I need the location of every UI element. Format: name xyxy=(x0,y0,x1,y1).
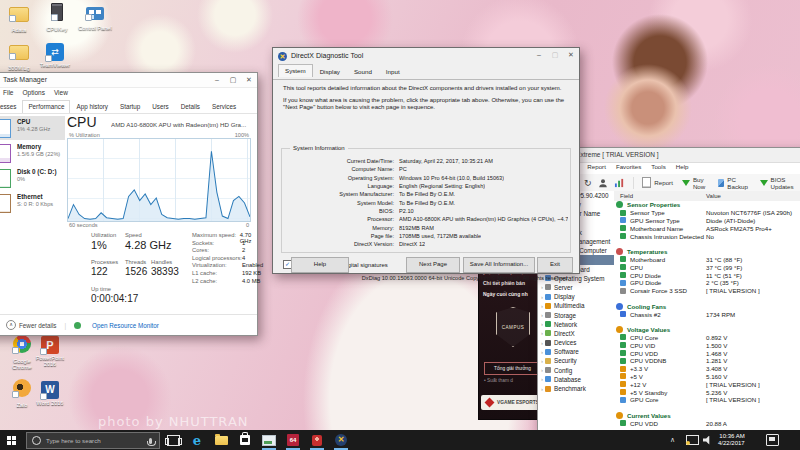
close-icon[interactable]: ✕ xyxy=(563,48,579,61)
sensor-row[interactable]: Motherboard31 °C (88 °F) xyxy=(614,256,800,264)
sensor-row[interactable]: Temperatures xyxy=(614,248,800,256)
expander-icon[interactable]: › xyxy=(541,358,543,364)
sensor-row[interactable]: CPU Core0.892 V xyxy=(614,334,800,342)
sensor-row[interactable] xyxy=(614,318,800,326)
sidebar-item[interactable]: EthernetS: 0 R: 0 Kbps xyxy=(0,191,65,215)
tab-App history[interactable]: App history xyxy=(70,100,114,114)
sensor-row[interactable]: Corsair Force 3 SSD[ TRIAL VERSION ] xyxy=(614,287,800,295)
sensor-row[interactable]: Sensor TypeNuvoton NCT6776F (ISA 290h) xyxy=(614,209,800,217)
sensor-row[interactable]: CPU VDDNB1.281 V xyxy=(614,357,800,365)
sensor-row[interactable]: +5 V5.160 V xyxy=(614,373,800,381)
desktop-icon-control-panel[interactable]: Control Panel xyxy=(74,3,116,31)
expander-icon[interactable]: › xyxy=(541,386,543,392)
tab-Processes[interactable]: Processes xyxy=(0,100,22,114)
task-manager-taskbar-button[interactable] xyxy=(258,430,280,450)
sidebar-item[interactable]: Memory1.5/6.9 GB (22%) xyxy=(0,141,65,165)
tree-item[interactable]: ›Software xyxy=(538,347,614,356)
tree-item[interactable]: ›Display xyxy=(538,292,614,301)
user-icon[interactable] xyxy=(598,178,608,188)
sensor-row[interactable]: Sensor Properties xyxy=(614,201,800,209)
menu-item[interactable]: Options xyxy=(22,89,44,96)
sensor-row[interactable]: +12 V[ TRIAL VERSION ] xyxy=(614,380,800,388)
search-input[interactable]: Type here to search xyxy=(46,437,149,444)
sensor-row[interactable]: Voltage Values xyxy=(614,326,800,334)
tree-item[interactable]: ›Database xyxy=(538,375,614,384)
tab-Details[interactable]: Details xyxy=(175,100,206,114)
sensor-row[interactable]: CPU VDD1.468 V xyxy=(614,349,800,357)
dxdiag-taskbar-button[interactable]: ✕ xyxy=(330,430,352,450)
menu-item[interactable]: View xyxy=(54,89,68,96)
menu-item[interactable]: Report xyxy=(587,163,606,170)
desktop-icon-powerpoint[interactable]: PowerPoint 2016 xyxy=(33,335,67,367)
task-manager-titlebar[interactable]: Task Manager – ▢ ✕ xyxy=(0,73,257,88)
fewer-details-button[interactable]: Fewer details xyxy=(19,322,56,329)
tab-Startup[interactable]: Startup xyxy=(114,100,146,114)
chart-icon[interactable] xyxy=(614,178,625,188)
minimize-icon[interactable]: – xyxy=(209,73,225,86)
start-button[interactable] xyxy=(0,430,22,450)
maximize-icon[interactable]: ▢ xyxy=(225,73,241,86)
buy-now-button[interactable]: Buy Now xyxy=(682,176,709,190)
taskbar-search[interactable]: Type here to search xyxy=(26,432,160,449)
sensor-row[interactable]: Cooling Fans xyxy=(614,302,800,310)
sidebar-item[interactable]: CPU1% 4.28 GHz xyxy=(0,116,65,140)
edge-taskbar-button[interactable]: e xyxy=(186,430,208,450)
show-hidden-icons-button[interactable]: ∧ xyxy=(670,430,675,450)
menu-item[interactable]: File xyxy=(3,89,13,96)
desktop-icon-folder[interactable]: 300M.Lg xyxy=(2,41,36,71)
sensor-row[interactable] xyxy=(614,295,800,303)
sensor-row[interactable]: Chassis #21734 RPM xyxy=(614,310,800,318)
desktop-icon-pc[interactable]: CPUKey xyxy=(40,3,74,32)
expander-icon[interactable]: › xyxy=(541,294,543,300)
store-button[interactable] xyxy=(234,430,256,450)
tab-Input[interactable]: Input xyxy=(379,65,407,78)
refresh-icon[interactable]: ↻ xyxy=(584,178,592,188)
sensor-row[interactable]: GPU Core[ TRIAL VERSION ] xyxy=(614,396,800,404)
bios-updates-button[interactable]: BIOS Updates xyxy=(760,176,799,190)
tab-Performance[interactable]: Performance xyxy=(22,100,70,114)
tree-item[interactable]: ›Benchmark xyxy=(538,384,614,393)
expander-icon[interactable]: › xyxy=(541,340,543,346)
exit-button[interactable]: Exit xyxy=(537,257,573,273)
sensor-row[interactable] xyxy=(614,240,800,248)
sensor-row[interactable]: Chassis Intrusion DetectedNo xyxy=(614,232,800,240)
open-resource-monitor-link[interactable]: Open Resource Monitor xyxy=(92,322,159,329)
sensor-row[interactable]: GPU Sensor TypeDiode (ATI-Diode) xyxy=(614,217,800,225)
tab-Sound[interactable]: Sound xyxy=(347,65,379,78)
dxdiag-titlebar[interactable]: ✕ DirectX Diagnostic Tool – ▢ ✕ xyxy=(273,48,579,64)
sensor-row[interactable]: CPU37 °C (99 °F) xyxy=(614,263,800,271)
next-page-button[interactable]: Next Page xyxy=(406,257,460,273)
menu-item[interactable]: Help xyxy=(676,163,689,170)
expander-icon[interactable]: › xyxy=(541,303,543,309)
tab-Users[interactable]: Users xyxy=(146,100,174,114)
close-icon[interactable]: ✕ xyxy=(241,73,257,86)
desktop-icon-teamviewer[interactable]: TeamViewer xyxy=(38,41,72,68)
tab-Services[interactable]: Services xyxy=(206,100,242,114)
sensor-row[interactable]: +5 V Standby5.236 V xyxy=(614,388,800,396)
sensor-row[interactable]: +3.3 V3.408 V xyxy=(614,365,800,373)
menu-item[interactable]: Favorites xyxy=(616,163,641,170)
campus-taskbar-button[interactable] xyxy=(306,430,328,450)
save-all-information-button[interactable]: Save All Information... xyxy=(463,257,535,273)
action-center-button[interactable] xyxy=(766,430,779,450)
menu-item[interactable]: Tools xyxy=(651,163,665,170)
sensor-row[interactable]: Current Values xyxy=(614,412,800,420)
expander-icon[interactable]: › xyxy=(541,330,543,336)
tree-item[interactable]: ›Server xyxy=(538,283,614,292)
expander-icon[interactable]: › xyxy=(541,284,543,290)
campus-prize-button[interactable]: Tổng giải thưởng xyxy=(484,362,541,375)
sensor-row[interactable]: CPU VDD20.88 A xyxy=(614,419,800,427)
sensor-row[interactable]: Motherboard NameASRock FM2A75 Pro4+ xyxy=(614,224,800,232)
field-column-header[interactable]: Field xyxy=(620,193,633,199)
tree-item[interactable]: ›Multimedia xyxy=(538,301,614,310)
expander-icon[interactable]: › xyxy=(541,321,543,327)
volume-tray-button[interactable] xyxy=(703,430,712,450)
sensor-row[interactable] xyxy=(614,404,800,412)
minimize-icon[interactable]: – xyxy=(531,48,547,61)
expander-icon[interactable]: › xyxy=(541,367,543,373)
expander-icon[interactable]: › xyxy=(541,312,543,318)
report-button[interactable]: Report xyxy=(642,177,673,188)
value-column-header[interactable]: Value xyxy=(706,193,721,199)
tree-item[interactable]: ›Devices xyxy=(538,338,614,347)
help-button[interactable]: Help xyxy=(291,257,349,273)
